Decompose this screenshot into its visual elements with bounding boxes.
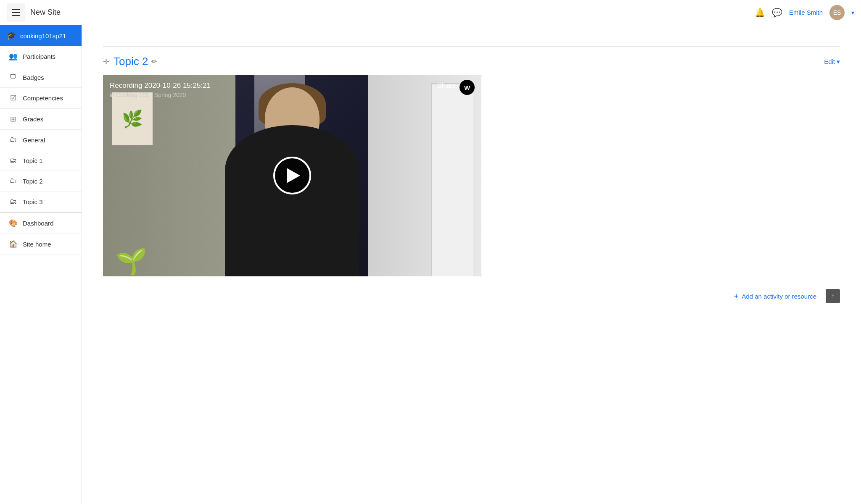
- sidebar-item-label: Topic 2: [23, 178, 43, 185]
- room-right: [368, 75, 481, 276]
- user-name[interactable]: Emile Smith: [789, 9, 823, 16]
- sidebar-item-competencies[interactable]: ☑ Competencies: [0, 88, 82, 109]
- scroll-top-button[interactable]: ↑: [826, 289, 840, 303]
- edit-dropdown-icon: ▾: [837, 58, 840, 66]
- sidebar-item-topic3[interactable]: 🗂 Topic 3: [0, 192, 82, 212]
- edit-button[interactable]: Edit ▾: [824, 58, 840, 66]
- home-icon: 🏠: [8, 240, 18, 249]
- course-icon: 🎓: [7, 31, 16, 40]
- competencies-icon: ☑: [8, 94, 18, 102]
- add-resource-label[interactable]: Add an activity or resource: [742, 293, 816, 300]
- edit-button-label: Edit: [824, 58, 835, 65]
- site-title: New Site: [30, 8, 755, 17]
- recording-subtitle: in Cooking 101 - Spring 2020: [110, 92, 211, 98]
- sidebar-item-label: Badges: [23, 74, 44, 81]
- hamburger-line: [12, 12, 20, 13]
- message-icon[interactable]: 💬: [772, 8, 782, 18]
- participants-icon: 👥: [8, 52, 18, 61]
- video-container[interactable]: 🌿 🌱 Recordin: [103, 75, 481, 276]
- room-left: 🌿 🌱: [103, 75, 235, 276]
- sidebar-item-label: Participants: [23, 53, 55, 60]
- play-button[interactable]: [273, 157, 311, 194]
- sidebar-item-topic1[interactable]: 🗂 Topic 1: [0, 150, 82, 171]
- hamburger-line: [12, 9, 20, 10]
- artwork: 🌿: [111, 92, 153, 146]
- grades-icon: ⊞: [8, 115, 18, 123]
- sidebar-item-label: Competencies: [23, 94, 63, 102]
- edit-pencil-icon[interactable]: ✏: [151, 58, 157, 66]
- course-name: cooking101sp21: [20, 32, 66, 39]
- add-resource-row: + Add an activity or resource ↑: [103, 289, 840, 303]
- dashboard-icon: 🎨: [8, 219, 18, 228]
- person-body: [225, 125, 359, 276]
- sidebar-item-label: Topic 3: [23, 198, 43, 205]
- user-dropdown-icon[interactable]: ▾: [851, 9, 854, 16]
- sidebar-item-label: Grades: [23, 116, 43, 123]
- folder-icon: 🗂: [8, 177, 18, 185]
- sidebar-item-label: Site home: [23, 241, 51, 248]
- sidebar-item-label: General: [23, 136, 45, 144]
- sidebar-item-grades[interactable]: ⊞ Grades: [0, 109, 82, 130]
- sidebar-course-header[interactable]: 🎓 cooking101sp21: [0, 25, 82, 46]
- plant: 🌱: [116, 247, 147, 276]
- recording-title: Recording 2020-10-26 15:25:21: [110, 81, 211, 90]
- top-separator: [103, 46, 840, 47]
- drag-handle-icon[interactable]: ✛: [103, 57, 109, 66]
- arrow-up-icon: ↑: [831, 292, 835, 300]
- sidebar-item-participants[interactable]: 👥 Participants: [0, 46, 82, 67]
- folder-icon: 🗂: [8, 136, 18, 144]
- hamburger-line: [12, 15, 20, 16]
- play-icon: [287, 168, 300, 183]
- sidebar-item-badges[interactable]: 🛡 Badges: [0, 67, 82, 88]
- badges-icon: 🛡: [8, 73, 18, 81]
- video-overlay-top: Recording 2020-10-26 15:25:21 in Cooking…: [110, 81, 211, 98]
- folder-icon: 🗂: [8, 197, 18, 206]
- door-frame: [431, 83, 473, 276]
- sidebar-item-label: Topic 1: [23, 157, 43, 164]
- sidebar-item-dashboard[interactable]: 🎨 Dashboard: [0, 212, 82, 234]
- sidebar-item-label: Dashboard: [23, 220, 53, 227]
- avatar-initials: ES: [833, 9, 841, 16]
- topic-title: Topic 2: [114, 55, 148, 68]
- menu-toggle-button[interactable]: [7, 3, 25, 22]
- main-content: ✛ Topic 2 ✏ Edit ▾ 🌿 🌱: [82, 25, 861, 504]
- add-resource-plus-icon: +: [734, 292, 739, 301]
- artwork-inner: 🌿: [112, 92, 153, 145]
- folder-icon: 🗂: [8, 156, 18, 165]
- body-layout: 🎓 cooking101sp21 👥 Participants 🛡 Badges…: [0, 25, 861, 504]
- header: New Site 🔔 💬 Emile Smith ES ▾: [0, 0, 861, 25]
- notification-icon[interactable]: 🔔: [755, 8, 765, 18]
- w-badge: W: [460, 80, 475, 95]
- header-right: 🔔 💬 Emile Smith ES ▾: [755, 5, 854, 20]
- share-label[interactable]: Share: [437, 81, 456, 90]
- sidebar-item-sitehome[interactable]: 🏠 Site home: [0, 234, 82, 255]
- sidebar: 🎓 cooking101sp21 👥 Participants 🛡 Badges…: [0, 25, 82, 504]
- sidebar-item-general[interactable]: 🗂 General: [0, 130, 82, 150]
- topic-header: ✛ Topic 2 ✏ Edit ▾: [103, 55, 840, 68]
- sidebar-item-topic2[interactable]: 🗂 Topic 2: [0, 171, 82, 192]
- avatar[interactable]: ES: [829, 5, 845, 20]
